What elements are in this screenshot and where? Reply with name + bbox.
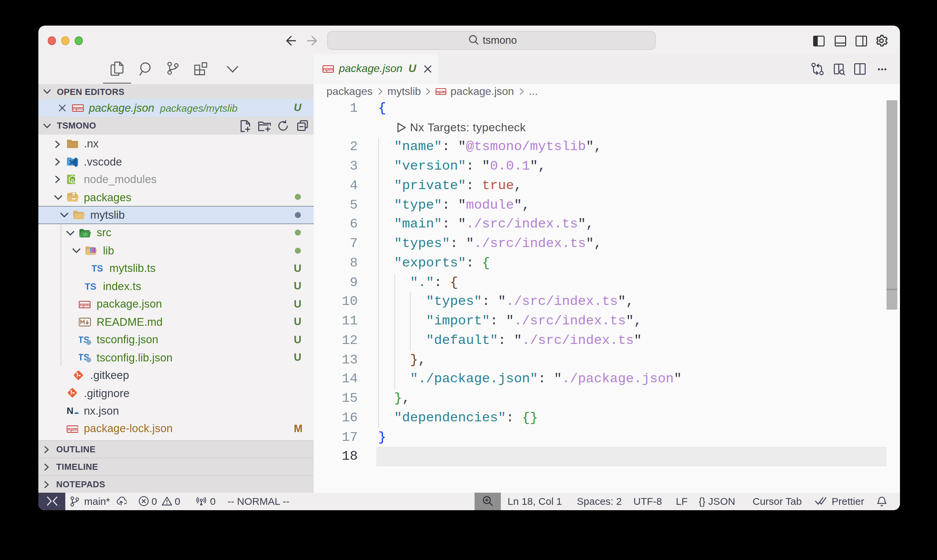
svg-text:npm: npm <box>323 66 333 72</box>
svg-text:N: N <box>66 406 73 415</box>
svg-text:npm: npm <box>80 302 90 307</box>
svg-text:TS: TS <box>91 263 103 273</box>
svg-text:npm: npm <box>67 426 77 432</box>
svg-text:js: js <box>70 178 74 182</box>
svg-text:TS: TS <box>85 282 96 291</box>
svg-text:npm: npm <box>437 89 446 94</box>
svg-text:npm: npm <box>73 105 83 111</box>
